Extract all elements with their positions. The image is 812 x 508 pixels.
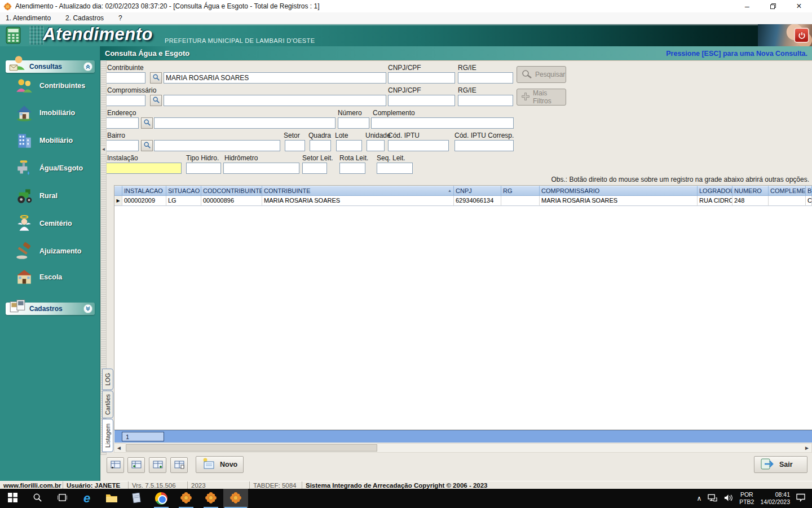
close-button[interactable]: × xyxy=(786,0,812,12)
sidebar-item-cemiterio[interactable]: Cemitério xyxy=(15,214,72,233)
mais-filtros-button[interactable]: Mais Filtros xyxy=(517,89,566,106)
compromissario-rg-input[interactable] xyxy=(458,95,513,106)
fiorilli-app-button-active[interactable] xyxy=(223,489,248,508)
tipo-hidro-input[interactable] xyxy=(186,163,221,174)
sidebar-item-mobiliario[interactable]: Mobiliário xyxy=(15,131,73,150)
grid-tool-button-1[interactable] xyxy=(107,457,124,473)
pesquisar-button[interactable]: Pesquisar xyxy=(517,66,566,83)
sair-button[interactable]: Sair xyxy=(754,456,807,473)
rota-leit-input[interactable] xyxy=(339,163,365,174)
grid-tool-button-2[interactable] xyxy=(127,457,145,473)
table-row[interactable]: ▶ 000002009 LG 000000896 MARIA ROSARIA S… xyxy=(114,196,812,206)
contribuinte-name-input[interactable] xyxy=(164,72,386,84)
page-number-box[interactable]: 1 xyxy=(122,432,164,441)
power-exit-button[interactable] xyxy=(794,28,809,43)
quadra-input[interactable] xyxy=(310,140,331,151)
contribuinte-code-input[interactable] xyxy=(106,72,145,84)
menu-atendimento[interactable]: 1. Atendimento xyxy=(5,13,52,23)
hidrometro-input[interactable] xyxy=(223,163,299,174)
splitter-collapse-arrow-icon[interactable]: ◄ xyxy=(101,146,106,152)
bairro-code-input[interactable] xyxy=(106,140,139,151)
endereco-name-input[interactable] xyxy=(154,117,336,129)
scroll-right-arrow[interactable]: ► xyxy=(802,444,811,452)
grid-add-icon xyxy=(131,459,142,471)
scroll-left-arrow[interactable]: ◄ xyxy=(114,444,123,452)
setor-input[interactable] xyxy=(285,140,305,151)
clock[interactable]: 08:41 14/02/2023 xyxy=(760,491,790,506)
bairro-search-button[interactable] xyxy=(141,140,153,151)
compromissario-search-button[interactable] xyxy=(150,95,162,106)
sidebar-section-cadastros[interactable]: Cadastros xyxy=(6,303,95,315)
menu-help[interactable]: ? xyxy=(117,13,123,23)
bairro-name-input[interactable] xyxy=(154,140,280,151)
calculator-icon xyxy=(6,27,21,46)
lote-input[interactable] xyxy=(336,140,362,151)
document-app-button[interactable] xyxy=(124,489,149,508)
column-header-rg[interactable]: RG xyxy=(501,186,540,196)
notification-center-icon[interactable] xyxy=(796,493,805,503)
sidebar-item-escola[interactable]: Escola xyxy=(15,268,62,287)
sidebar-item-contribuintes[interactable]: Contribuintes xyxy=(15,76,85,95)
minimize-button[interactable]: – xyxy=(734,0,760,12)
scrollbar-thumb[interactable] xyxy=(126,444,377,452)
grid-tool-button-4[interactable] xyxy=(170,457,188,473)
start-button[interactable] xyxy=(0,489,25,508)
fiorilli-app-button-1[interactable] xyxy=(174,489,198,508)
contribuinte-rg-input[interactable] xyxy=(458,72,513,84)
sidebar-section-consultas[interactable]: Consultas xyxy=(6,60,95,73)
column-header-numero[interactable]: NUMERO xyxy=(732,186,769,196)
taskbar-search-button[interactable] xyxy=(25,489,50,508)
column-header-codcontribuinte[interactable]: CODCONTRIBUINTE xyxy=(201,186,262,196)
menu-cadastros[interactable]: 2. Cadastros xyxy=(64,13,105,23)
cod-iptu-input[interactable] xyxy=(388,140,449,151)
sidebar-item-rural[interactable]: Rural xyxy=(15,186,58,205)
column-header-situacao[interactable]: SITUACAO xyxy=(166,186,201,196)
file-explorer-button[interactable] xyxy=(99,489,124,508)
chrome-button[interactable] xyxy=(149,489,174,508)
column-header-compromissario[interactable]: COMPROMISSARIO xyxy=(540,186,698,196)
compromissario-code-input[interactable] xyxy=(106,95,145,106)
task-view-button[interactable] xyxy=(50,489,74,508)
grid-tool-button-3[interactable] xyxy=(149,457,166,473)
endereco-code-input[interactable] xyxy=(106,117,139,129)
tray-chevron-up-icon[interactable]: ∧ xyxy=(696,494,701,502)
column-header-cnpj[interactable]: CNPJ xyxy=(454,186,501,196)
column-header-logradouro[interactable]: LOGRADOU xyxy=(698,186,732,196)
tab-listagem[interactable]: Listagem xyxy=(102,419,113,452)
seq-leit-input[interactable] xyxy=(377,163,413,174)
sort-ascending-icon: ▲ xyxy=(448,189,452,192)
internet-explorer-button[interactable]: e xyxy=(74,489,99,508)
language-indicator[interactable]: POR PTB2 xyxy=(739,491,754,506)
status-website: www.fiorilli.com.br xyxy=(0,481,63,489)
horizontal-scrollbar[interactable]: ◄ ► xyxy=(114,443,812,453)
search-magnifier-icon xyxy=(521,69,532,81)
grid-header-row: INSTALACAO SITUACAO CODCONTRIBUINTE CONT… xyxy=(114,186,812,196)
contribuinte-cnpj-input[interactable] xyxy=(388,72,455,84)
sidebar-item-ajuizamento[interactable]: Ajuizamento xyxy=(15,242,81,261)
network-icon[interactable] xyxy=(708,494,717,503)
contribuinte-search-button[interactable] xyxy=(150,72,162,84)
tab-cartoes[interactable]: Cartões xyxy=(102,391,113,418)
setor-leit-input[interactable] xyxy=(302,163,327,174)
chevron-down-icon[interactable] xyxy=(83,304,93,314)
column-header-contribuinte[interactable]: CONTRIBUINTE ▲ xyxy=(262,186,454,196)
sidebar-item-agua-esgoto[interactable]: Água/Esgoto xyxy=(15,159,83,178)
restore-button[interactable] xyxy=(760,0,786,12)
instalacao-input[interactable] xyxy=(106,163,182,174)
speaker-icon[interactable] xyxy=(723,494,733,503)
unidade-input[interactable] xyxy=(367,140,385,151)
cod-iptu-corresp-input[interactable] xyxy=(454,140,514,151)
chevron-up-icon[interactable] xyxy=(83,62,93,72)
fiorilli-app-button-2[interactable] xyxy=(198,489,223,508)
column-header-complemento[interactable]: COMPLEME xyxy=(769,186,806,196)
numero-input[interactable] xyxy=(338,117,369,129)
compromissario-cnpj-input[interactable] xyxy=(388,95,455,106)
compromissario-name-input[interactable] xyxy=(164,95,386,106)
tab-log[interactable]: LOG xyxy=(102,369,113,390)
endereco-search-button[interactable] xyxy=(141,117,153,129)
novo-button[interactable]: Novo xyxy=(196,456,244,473)
complemento-input[interactable] xyxy=(371,117,514,129)
column-header-bairro[interactable]: BA xyxy=(806,186,812,196)
sidebar-item-imobiliario[interactable]: Imobiliário xyxy=(15,103,75,122)
column-header-instalacao[interactable]: INSTALACAO xyxy=(122,186,166,196)
